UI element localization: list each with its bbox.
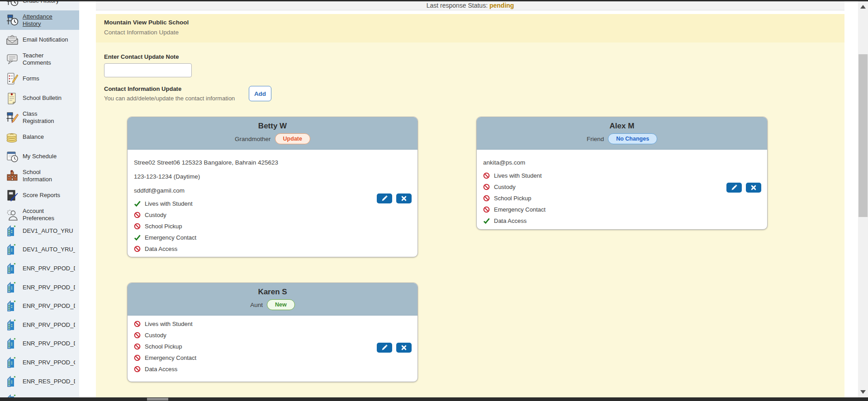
school-building-icon: [5, 224, 19, 238]
sidebar-item-grade-history[interactable]: Grade History: [0, 0, 79, 10]
check-icon: [483, 217, 490, 224]
contact-name: Betty W: [128, 117, 417, 131]
last-response-status-strip: Last response Status: pending: [96, 1, 844, 10]
sidebar-item-enr-prv-ppod-dev[interactable]: ENR_PRV_PPOD_DEV: [0, 335, 79, 354]
permission-list: Lives with StudentCustodySchool PickupEm…: [134, 318, 411, 375]
delete-contact-button[interactable]: [396, 343, 412, 353]
email-notification-icon: [5, 33, 19, 47]
prohibited-icon: [134, 354, 141, 361]
sidebar-item-label: Balance: [23, 133, 70, 141]
close-icon: [750, 184, 757, 191]
school-building-icon: [5, 243, 19, 256]
permission-row: Emergency Contact: [483, 204, 761, 215]
school-information-icon: [5, 169, 19, 183]
add-contact-button[interactable]: Add: [249, 86, 271, 101]
permission-row: Lives with Student: [483, 170, 761, 181]
horizontal-scrollbar-thumb[interactable]: [147, 398, 168, 401]
permission-row: Data Access: [134, 243, 411, 255]
sidebar-item-class-registration[interactable]: Class Registration: [0, 108, 79, 127]
contact-relationship: Aunt: [250, 302, 263, 308]
sidebar-item-email-notification[interactable]: Email Notification: [0, 30, 79, 49]
sidebar-nav-list: Grade HistoryAttendance HistoryEmail Not…: [0, 0, 79, 224]
contact-subheader: FriendNo Changes: [477, 133, 767, 144]
sidebar-item-school-information[interactable]: School Information: [0, 166, 79, 185]
edit-contact-button[interactable]: [726, 183, 742, 193]
permission-label: Emergency Contact: [494, 206, 545, 213]
permission-label: School Pickup: [494, 195, 531, 202]
sidebar-item-label: ENR_PRV_PPOD_DEV: [23, 265, 75, 272]
contact-name: Karen S: [128, 283, 417, 297]
prohibited-icon: [483, 195, 490, 202]
permission-row: Data Access: [483, 215, 761, 226]
sidebar-item-label: ENR_PRV_PPOD_QA2: [23, 359, 75, 366]
edit-contact-button[interactable]: [377, 193, 392, 203]
school-building-icon: [5, 262, 19, 275]
forms-icon: [5, 72, 19, 85]
attendance-history-icon: [5, 14, 19, 27]
status-badge-new[interactable]: New: [267, 299, 295, 310]
permission-label: Data Access: [145, 245, 177, 252]
permission-label: Emergency Contact: [145, 354, 196, 361]
vertical-scrollbar[interactable]: [858, 1, 868, 397]
school-building-icon: [5, 318, 19, 332]
permission-label: Data Access: [145, 366, 177, 373]
school-building-icon: [5, 375, 19, 388]
sidebar-item-dev1-auto-yru-v1[interactable]: DEV1_AUTO_YRU_V1: [0, 241, 79, 259]
permission-row: Emergency Contact: [134, 352, 411, 363]
contact-name: Alex M: [477, 117, 767, 131]
section-subtitle: You can add/delete/update the contact in…: [104, 95, 235, 102]
sidebar-item-enr-prv-ppod-dev[interactable]: ENR_PRV_PPOD_DEV: [0, 316, 79, 335]
sidebar-item-teacher-comments[interactable]: Teacher Comments: [0, 49, 79, 69]
sidebar-item-balance[interactable]: Balance: [0, 127, 79, 146]
school-building-icon: [5, 356, 19, 369]
sidebar-item-school-bulletin[interactable]: School Bulletin: [0, 88, 79, 108]
permission-row: School Pickup: [483, 193, 761, 204]
sidebar-item-enr-prv-ppod-dev[interactable]: ENR_PRV_PPOD_DEV: [0, 259, 79, 278]
sidebar-item-enr-prv-ppod-dev[interactable]: ENR_PRV_PPOD_DEV: [0, 278, 79, 297]
school-name: Mountain View Public School: [104, 19, 844, 26]
delete-contact-button[interactable]: [396, 193, 412, 203]
contact-actions: [726, 183, 761, 193]
permission-row: Custody: [483, 181, 761, 193]
sidebar-item-label: Teacher Comments: [23, 52, 70, 66]
sidebar-item-enr-prv-ppod-qa2[interactable]: ENR_PRV_PPOD_QA2: [0, 353, 79, 372]
sidebar-item-enr-res-ppod-dev[interactable]: ENR_RES_PPOD_DEV: [0, 391, 79, 397]
sidebar-item-forms[interactable]: Forms: [0, 69, 79, 88]
permission-label: Custody: [145, 212, 166, 218]
status-badge-update[interactable]: Update: [275, 133, 310, 144]
contact-card-karen-s: Karen SAuntNewLives with StudentCustodyS…: [127, 283, 418, 382]
sidebar-item-dev1-auto-yru[interactable]: DEV1_AUTO_YRU: [0, 222, 79, 241]
status-badge-no-changes[interactable]: No Changes: [608, 133, 657, 144]
class-registration-icon: [5, 111, 19, 124]
prohibited-icon: [134, 212, 141, 218]
last-response-status-label: Last response Status:: [427, 2, 488, 9]
permission-row: Emergency Contact: [134, 232, 411, 243]
banner-subtitle: Contact Information Update: [104, 29, 844, 36]
contact-card-body: Stree02 Street06 125323 Bangalore, Bahra…: [128, 150, 417, 255]
contact-subheader: GrandmotherUpdate: [128, 133, 417, 144]
horizontal-scrollbar[interactable]: [0, 397, 868, 401]
prohibited-icon: [134, 321, 141, 327]
edit-contact-button[interactable]: [377, 343, 392, 353]
scroll-up-arrow-icon[interactable]: [860, 5, 866, 9]
prohibited-icon: [134, 245, 141, 252]
sidebar-item-label: My Schedule: [23, 153, 70, 160]
contact-card-header: Karen SAuntNew: [128, 283, 417, 316]
permission-label: School Pickup: [145, 343, 182, 350]
account-preferences-icon: [5, 208, 19, 222]
sidebar-item-score-reports[interactable]: Score Reports: [0, 185, 79, 205]
sidebar-item-attendance-history[interactable]: Attendance History: [0, 10, 79, 30]
sidebar-item-enr-prv-ppod-dev[interactable]: ENR_PRV_PPOD_DEV: [0, 297, 79, 316]
sidebar: Grade HistoryAttendance HistoryEmail Not…: [0, 0, 79, 397]
contact-update-note-input[interactable]: [104, 63, 192, 77]
contact-actions: [377, 343, 412, 353]
main-content: Last response Status: pending Mountain V…: [96, 1, 844, 397]
vertical-scrollbar-thumb[interactable]: [859, 54, 868, 217]
sidebar-item-enr-res-ppod-dev[interactable]: ENR_RES_PPOD_DEV: [0, 372, 79, 391]
scroll-down-arrow-icon[interactable]: [860, 390, 866, 394]
prohibited-icon: [134, 366, 141, 373]
sidebar-item-my-schedule[interactable]: My Schedule: [0, 146, 79, 166]
close-icon: [401, 195, 407, 202]
sidebar-item-label: ENR_PRV_PPOD_DEV: [23, 284, 75, 291]
delete-contact-button[interactable]: [746, 183, 761, 193]
